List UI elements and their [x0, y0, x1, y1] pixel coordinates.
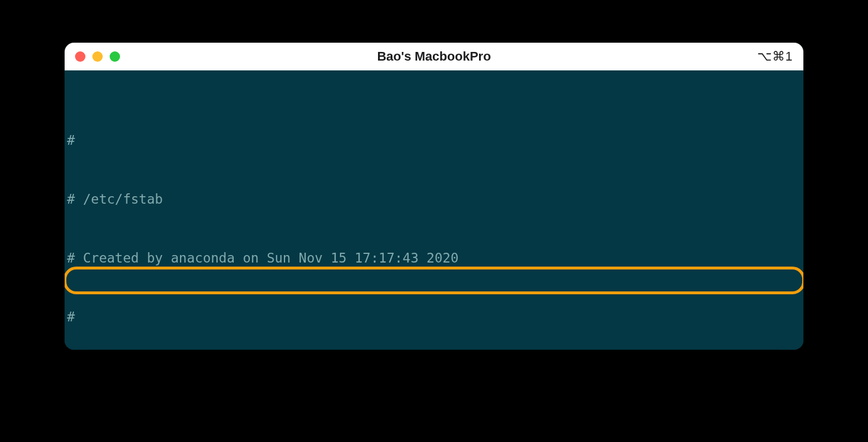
traffic-lights — [75, 51, 120, 62]
annotation-highlight-box — [65, 267, 803, 294]
titlebar: Bao's MacbookPro ⌥⌘1 — [65, 43, 803, 70]
window-title: Bao's MacbookPro — [65, 49, 803, 64]
terminal-line: # Created by anaconda on Sun Nov 15 17:1… — [67, 248, 801, 268]
minimize-icon[interactable] — [92, 51, 103, 62]
zoom-icon[interactable] — [110, 51, 120, 62]
terminal-line: # — [67, 130, 801, 150]
terminal-line: # /etc/fstab — [67, 189, 801, 209]
terminal-line: # — [67, 307, 801, 327]
terminal-body[interactable]: # # /etc/fstab # Created by anaconda on … — [65, 70, 803, 350]
terminal-window: Bao's MacbookPro ⌥⌘1 # # /etc/fstab # Cr… — [65, 43, 803, 350]
close-icon[interactable] — [75, 51, 85, 62]
window-shortcut: ⌥⌘1 — [757, 49, 793, 64]
